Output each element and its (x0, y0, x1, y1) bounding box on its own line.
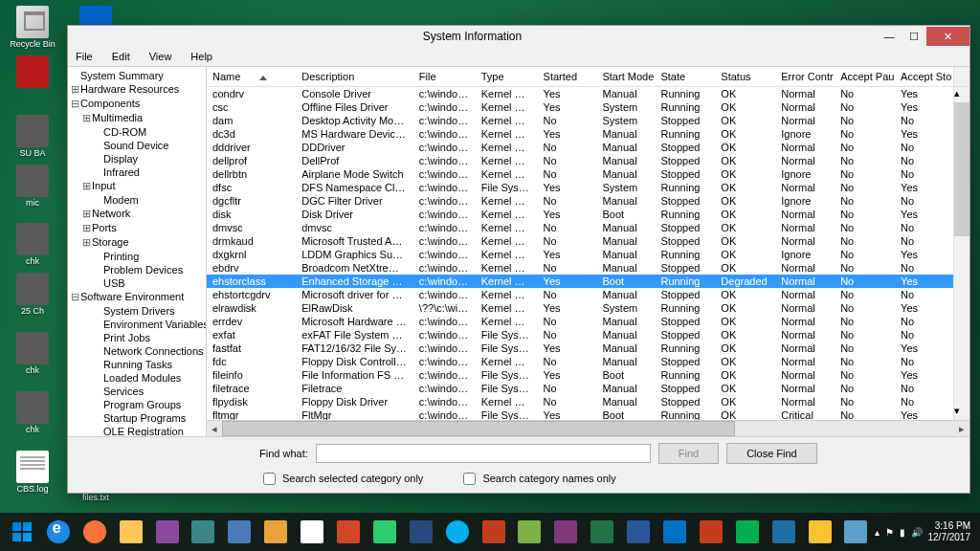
tree-node[interactable]: Environment Variables (70, 318, 204, 331)
close-button[interactable]: ✕ (926, 27, 969, 46)
table-row[interactable]: condrvConsole Driverc:\windows\s...Kerne… (207, 87, 953, 100)
taskbar-outlook[interactable] (657, 517, 692, 547)
desktop-icon[interactable]: chk (4, 221, 61, 269)
expand-icon[interactable]: ⊞ (81, 180, 92, 192)
close-find-button[interactable]: Close Find (726, 443, 817, 464)
tree-node[interactable]: OLE Registration (70, 425, 204, 436)
taskbar-app[interactable] (767, 517, 801, 547)
taskbar-app[interactable] (331, 517, 366, 547)
column-header[interactable]: Type (476, 67, 538, 86)
vertical-scrollbar[interactable]: ▴ ▾ (953, 87, 969, 420)
tree-node[interactable]: Modem (70, 193, 204, 207)
column-header[interactable]: Description (296, 67, 413, 86)
expand-icon[interactable]: ⊞ (81, 112, 92, 124)
menu-file[interactable]: File (72, 51, 97, 62)
table-row[interactable]: dc3dMS Hardware Device Detectio...c:\win… (207, 127, 953, 141)
tree-node[interactable]: Network Connections (70, 344, 204, 358)
expand-icon[interactable]: ⊞ (70, 83, 80, 96)
taskbar-store[interactable] (730, 517, 765, 547)
taskbar-app[interactable] (222, 517, 256, 547)
tree-node[interactable]: Program Groups (70, 398, 204, 411)
tree-node[interactable]: Printing (70, 250, 204, 263)
table-row[interactable]: dellrbtnAirplane Mode Switchc:\windows\s… (207, 167, 953, 181)
table-row[interactable]: dxgkrnlLDDM Graphics Subsystemc:\windows… (207, 248, 953, 261)
start-button[interactable] (5, 517, 39, 547)
table-row[interactable]: dgcfltrDGC Filter Driverc:\windows\s...K… (207, 194, 953, 208)
table-row[interactable]: exfatexFAT File System Driverc:\windows\… (207, 328, 953, 342)
expand-icon[interactable]: ⊟ (70, 98, 80, 110)
tree-node[interactable]: ⊞Network (70, 207, 204, 221)
search-names-checkbox[interactable]: Search category names only (459, 470, 615, 488)
tray-flag-icon[interactable]: ⚑ (885, 527, 894, 538)
table-row[interactable]: filetraceFiletracec:\windows\s...File Sy… (207, 382, 953, 395)
find-input[interactable] (316, 444, 651, 463)
tree-node[interactable]: Display (70, 152, 204, 165)
taskbar-word[interactable] (621, 517, 656, 547)
table-body[interactable]: condrvConsole Driverc:\windows\s...Kerne… (207, 87, 953, 420)
table-row[interactable]: fastfatFAT12/16/32 File System Driverc:\… (207, 342, 953, 355)
expand-icon[interactable]: ⊟ (70, 291, 80, 303)
scrollbar-thumb[interactable] (954, 102, 969, 236)
tray-up-icon[interactable]: ▴ (875, 527, 880, 538)
taskbar-excel[interactable] (585, 517, 619, 547)
maximize-button[interactable]: ☐ (902, 27, 926, 46)
taskbar-onenote[interactable] (548, 517, 583, 547)
menu-edit[interactable]: Edit (108, 51, 134, 62)
tree-node[interactable]: Sound Device (70, 139, 204, 152)
table-row[interactable]: fdcFloppy Disk Controller Driverc:\windo… (207, 355, 953, 368)
titlebar[interactable]: System Information — ☐ ✕ (68, 26, 969, 47)
table-row[interactable]: diskDisk Driverc:\windows\s...Kernel Dri… (207, 208, 953, 221)
table-row[interactable]: ehstortcgdrvMicrosoft driver for storage… (207, 288, 953, 301)
desktop-icon[interactable]: chk (4, 330, 61, 387)
column-header[interactable]: State (655, 67, 715, 86)
expand-icon[interactable]: ⊞ (81, 208, 92, 220)
desktop-icon[interactable]: chk (4, 389, 61, 447)
menu-view[interactable]: View (145, 51, 176, 62)
taskbar[interactable]: ▴ ⚑ ▮ 🔊 3:16 PM 12/7/2017 (0, 513, 980, 551)
column-header[interactable]: Accept Stop (895, 67, 953, 86)
column-header[interactable]: Started (538, 67, 597, 86)
tree-node[interactable]: Infrared (70, 165, 204, 179)
desktop-icon[interactable]: 25 Ch (4, 271, 61, 328)
table-row[interactable]: fltmgrFltMgrc:\windows\s...File System D… (207, 408, 953, 420)
taskbar-app[interactable] (368, 517, 402, 547)
table-row[interactable]: errdevMicrosoft Hardware Error Dev...c:\… (207, 315, 953, 328)
taskbar-explorer[interactable] (114, 517, 148, 547)
desktop-icon[interactable]: SU BA (4, 113, 61, 161)
tree-node[interactable]: Print Jobs (70, 331, 204, 344)
taskbar-app[interactable] (258, 517, 293, 547)
table-row[interactable]: damDesktop Activity Moderator Dr...c:\wi… (207, 114, 953, 127)
column-header[interactable]: Name (207, 67, 296, 86)
minimize-button[interactable]: — (877, 27, 902, 46)
desktop-icon[interactable]: Recycle Bin (4, 4, 61, 52)
tree-node[interactable]: System Summary (70, 69, 204, 82)
taskbar-ie[interactable] (41, 517, 76, 547)
tree-node[interactable]: CD-ROM (70, 125, 204, 139)
tree-node[interactable]: Loaded Modules (70, 371, 204, 385)
table-row[interactable]: drmkaudMicrosoft Trusted Audio Driversc:… (207, 234, 953, 248)
clock[interactable]: 3:16 PM 12/7/2017 (928, 520, 971, 543)
table-row[interactable]: ehstorclassEnhanced Storage Filter Drive… (207, 275, 953, 288)
taskbar-app[interactable] (150, 517, 185, 547)
table-row[interactable]: flpydiskFloppy Disk Driverc:\windows\s..… (207, 395, 953, 408)
column-header[interactable]: Start Mode (596, 67, 655, 86)
table-row[interactable]: dmvscdmvscc:\windows\s...Kernel DriverNo… (207, 221, 953, 234)
find-button[interactable]: Find (658, 443, 719, 464)
tree-node[interactable]: ⊞Hardware Resources (70, 82, 204, 97)
tree-node[interactable]: Services (70, 385, 204, 398)
desktop-icon[interactable]: mic (4, 163, 61, 220)
table-row[interactable]: dddriverDDDriverc:\windows\s...Kernel Dr… (207, 141, 953, 154)
system-tray[interactable]: ▴ ⚑ ▮ 🔊 3:16 PM 12/7/2017 (875, 520, 977, 543)
tree-node[interactable]: Startup Programs (70, 411, 204, 425)
taskbar-app[interactable] (404, 517, 438, 547)
table-row[interactable]: dfscDFS Namespace Client Driverc:\window… (207, 181, 953, 194)
taskbar-app[interactable] (694, 517, 728, 547)
taskbar-skype[interactable] (440, 517, 475, 547)
taskbar-app[interactable] (186, 517, 220, 547)
search-selected-checkbox[interactable]: Search selected category only (259, 470, 423, 488)
tray-volume-icon[interactable]: 🔊 (911, 527, 923, 538)
table-row[interactable]: ebdrvBroadcom NetXtreme II 10 Gig...c:\w… (207, 261, 953, 275)
taskbar-app[interactable] (803, 517, 837, 547)
column-header[interactable]: Status (715, 67, 775, 86)
tree-node[interactable]: ⊞Storage (70, 235, 204, 250)
